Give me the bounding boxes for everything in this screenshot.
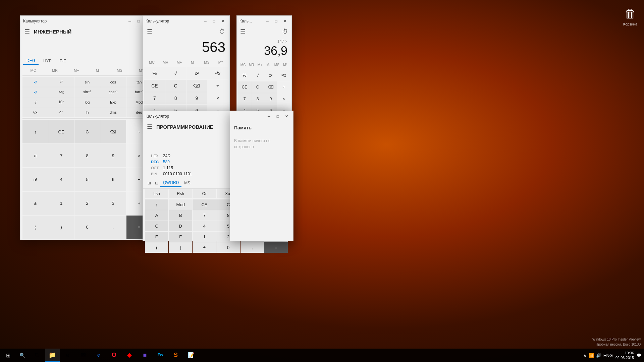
eng-nrt-button[interactable]: ⁿ√x bbox=[48, 87, 74, 97]
std2-history-icon[interactable]: ⏱ bbox=[282, 28, 288, 35]
std2-ms-button[interactable]: MS bbox=[273, 61, 281, 68]
eng-c-button[interactable]: C bbox=[74, 120, 100, 143]
eng-x3-button[interactable]: x³ bbox=[22, 87, 48, 97]
fe-button[interactable]: F-E bbox=[56, 57, 69, 65]
prog-a-button[interactable]: A bbox=[145, 210, 168, 221]
eng-exp-button[interactable]: Exp bbox=[100, 97, 126, 107]
std2-mc-button[interactable]: MC bbox=[239, 61, 247, 68]
mem-panel-close-button[interactable]: ✕ bbox=[282, 113, 290, 120]
std1-sqrt-button[interactable]: √ bbox=[165, 67, 186, 79]
eng-bs-button[interactable]: ⌫ bbox=[100, 120, 126, 143]
eng-log-button[interactable]: log bbox=[74, 97, 100, 107]
eng-comma-button[interactable]: , bbox=[100, 216, 126, 239]
std1-pct-button[interactable]: % bbox=[144, 67, 165, 79]
eng-1-button[interactable]: 1 bbox=[48, 192, 74, 215]
prog-lparen-button[interactable]: ( bbox=[145, 242, 168, 253]
eng-2-button[interactable]: 2 bbox=[74, 192, 100, 215]
prog-ms-tab[interactable]: MS bbox=[181, 179, 193, 187]
prog-up-button[interactable]: ↑ bbox=[145, 199, 168, 210]
taskbar-task-view[interactable]: ⧉ bbox=[30, 349, 44, 362]
eng-4-button[interactable]: 4 bbox=[48, 168, 74, 191]
prog-c2-button[interactable]: C bbox=[145, 221, 168, 231]
std1-history-icon[interactable]: ⏱ bbox=[219, 28, 225, 35]
prog-1-button[interactable]: 1 bbox=[193, 232, 216, 242]
eng-menu-icon[interactable]: ☰ bbox=[24, 28, 30, 35]
eng-ex-button[interactable]: eˣ bbox=[48, 107, 74, 117]
eng-asin-button[interactable]: sin⁻¹ bbox=[74, 87, 100, 97]
eng-mr-button[interactable]: MR bbox=[44, 67, 65, 74]
std1-9-button[interactable]: 9 bbox=[186, 92, 207, 104]
prog-mod-button[interactable]: Mod bbox=[169, 199, 192, 210]
std2-bs-button[interactable]: ⌫ bbox=[264, 81, 277, 93]
std2-mul-button[interactable]: × bbox=[277, 93, 290, 105]
std2-close-button[interactable]: ✕ bbox=[281, 18, 289, 24]
std1-mstar-button[interactable]: M* bbox=[214, 59, 227, 66]
taskbar-edge[interactable]: e bbox=[60, 349, 75, 362]
eng-6-button[interactable]: 6 bbox=[100, 168, 126, 191]
start-button[interactable]: ⊞ bbox=[0, 349, 16, 362]
taskbar-file-explorer[interactable]: 📁 bbox=[45, 349, 60, 362]
hyp-button[interactable]: HYP bbox=[40, 57, 55, 65]
taskbar-clock[interactable]: 10:36 02.06.2015 bbox=[615, 351, 634, 360]
std2-9-button[interactable]: 9 bbox=[264, 93, 277, 105]
eng-plusminus-button[interactable]: ± bbox=[22, 192, 48, 215]
prog-rsh-button[interactable]: Rsh bbox=[169, 189, 192, 198]
std1-mr-button[interactable]: MR bbox=[159, 59, 172, 66]
prog-eq-button[interactable]: = bbox=[264, 242, 288, 253]
prog-menu-icon[interactable]: ☰ bbox=[147, 123, 152, 130]
prog-4-button[interactable]: 4 bbox=[193, 221, 216, 231]
eng-maximize-button[interactable]: □ bbox=[135, 18, 143, 24]
eng-up-button[interactable]: ↑ bbox=[22, 120, 48, 143]
eng-mplus-button[interactable]: M+ bbox=[66, 67, 87, 74]
std2-c-button[interactable]: C bbox=[251, 81, 264, 93]
prog-bits-tab[interactable]: ⊞ bbox=[146, 179, 153, 187]
prog-f-button[interactable]: F bbox=[169, 232, 192, 242]
std1-8-button[interactable]: 8 bbox=[165, 92, 186, 104]
eng-10x-button[interactable]: 10ˣ bbox=[48, 97, 74, 107]
std1-mplus-button[interactable]: M+ bbox=[172, 59, 186, 66]
mem-panel-maximize-button[interactable]: □ bbox=[274, 113, 282, 120]
std2-sqrt-button[interactable]: √ bbox=[251, 70, 264, 81]
eng-9-button[interactable]: 9 bbox=[100, 144, 126, 167]
std2-ce-button[interactable]: CE bbox=[238, 81, 251, 93]
taskbar-search-button[interactable]: 🔍 bbox=[16, 349, 28, 362]
eng-inv-button[interactable]: ¹/x bbox=[22, 107, 48, 117]
eng-ms-button[interactable]: MS bbox=[109, 67, 130, 74]
std2-maximize-button[interactable]: □ bbox=[272, 18, 280, 24]
std1-ce-button[interactable]: CE bbox=[144, 80, 165, 92]
prog-lsh-button[interactable]: Lsh bbox=[145, 189, 168, 198]
std1-menu-icon[interactable]: ☰ bbox=[147, 28, 152, 35]
eng-mc-button[interactable]: MC bbox=[22, 67, 44, 74]
std2-mplus-button[interactable]: M+ bbox=[256, 61, 264, 68]
eng-dms-button[interactable]: dms bbox=[100, 107, 126, 117]
std1-mul-button[interactable]: × bbox=[207, 92, 228, 104]
prog-7-button[interactable]: 7 bbox=[193, 210, 216, 221]
prog-bit2-tab[interactable]: ⊟ bbox=[153, 179, 160, 187]
prog-b-button[interactable]: B bbox=[169, 210, 192, 221]
eng-acos-button[interactable]: cos⁻¹ bbox=[100, 87, 126, 97]
recycle-bin[interactable]: 🗑 Корзина bbox=[623, 7, 637, 26]
eng-rparen-button[interactable]: ) bbox=[48, 216, 74, 239]
eng-7-button[interactable]: 7 bbox=[48, 144, 74, 167]
taskbar-chevron-icon[interactable]: ∧ bbox=[583, 353, 587, 358]
mem-panel-minimize-button[interactable]: ─ bbox=[265, 113, 273, 120]
std1-mc-button[interactable]: MC bbox=[145, 59, 159, 66]
eng-8-button[interactable]: 8 bbox=[74, 144, 100, 167]
eng-lparen-button[interactable]: ( bbox=[22, 216, 48, 239]
eng-mminus-button[interactable]: M- bbox=[87, 67, 109, 74]
taskbar-app2[interactable]: ■ bbox=[138, 349, 152, 362]
prog-comma-button[interactable]: , bbox=[240, 242, 264, 253]
prog-e-button[interactable]: E bbox=[145, 232, 168, 242]
eng-sin-button[interactable]: sin bbox=[74, 77, 100, 87]
taskbar-fw[interactable]: Fw bbox=[153, 349, 168, 362]
std1-ms-button[interactable]: MS bbox=[200, 59, 214, 66]
prog-ce-button[interactable]: CE bbox=[193, 199, 216, 210]
eng-3-button[interactable]: 3 bbox=[100, 192, 126, 215]
eng-x2-button[interactable]: x² bbox=[22, 77, 48, 87]
std2-mr-button[interactable]: MR bbox=[247, 61, 256, 68]
std1-mminus-button[interactable]: M- bbox=[186, 59, 200, 66]
std1-maximize-button[interactable]: □ bbox=[210, 18, 218, 24]
taskbar-opera[interactable]: O bbox=[107, 349, 121, 362]
std2-8-button[interactable]: 8 bbox=[251, 93, 264, 105]
eng-cos-button[interactable]: cos bbox=[100, 77, 126, 87]
